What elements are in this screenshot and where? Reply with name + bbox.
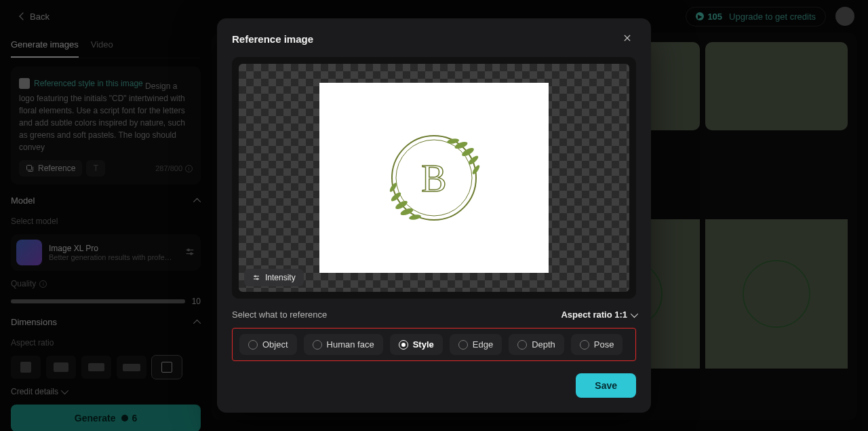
ref-option-style[interactable]: Style (390, 334, 443, 355)
radio-icon (399, 340, 408, 350)
close-button[interactable] (618, 31, 636, 48)
reference-options: Object Human face Style Edge Depth Pose (232, 328, 636, 361)
svg-point-14 (399, 207, 414, 217)
reference-preview-image: B (319, 83, 549, 273)
ref-option-depth[interactable]: Depth (509, 334, 564, 355)
aspect-ratio-select[interactable]: Aspect ratio 1:1 (561, 310, 636, 320)
modal-title: Reference image (232, 33, 313, 45)
svg-point-13 (389, 182, 398, 193)
ref-option-edge[interactable]: Edge (450, 334, 502, 355)
svg-point-15 (409, 214, 422, 221)
radio-icon (248, 340, 258, 350)
radio-icon (517, 340, 527, 350)
close-icon (623, 33, 632, 43)
chevron-down-icon (631, 310, 638, 317)
checker-stage: B (239, 64, 629, 292)
svg-point-12 (390, 191, 402, 203)
reference-image-modal: Reference image B (217, 18, 651, 413)
logo-b-wreath: B (366, 110, 502, 246)
ref-option-object[interactable]: Object (239, 334, 297, 355)
ref-option-pose[interactable]: Pose (571, 334, 623, 355)
save-button[interactable]: Save (576, 373, 636, 398)
ref-option-human-face[interactable]: Human face (304, 334, 383, 355)
preview-box: B (232, 57, 636, 299)
sliders-icon (252, 274, 260, 282)
radio-icon (313, 340, 322, 350)
intensity-button[interactable]: Intensity (244, 269, 304, 286)
radio-icon (580, 340, 589, 350)
modal-overlay[interactable]: Reference image B (0, 0, 868, 431)
radio-icon (458, 340, 468, 350)
select-what-label: Select what to reference (232, 310, 327, 320)
svg-text:B: B (421, 157, 446, 200)
